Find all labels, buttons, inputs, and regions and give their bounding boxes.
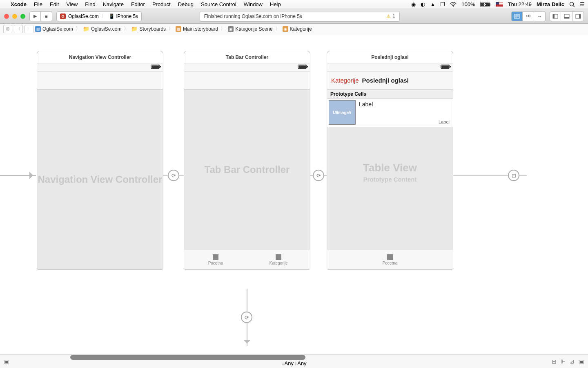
clock[interactable]: Thu 22:49 [508, 1, 532, 7]
viber-icon[interactable]: ◉ [411, 1, 416, 7]
tabbar-controller-scene[interactable]: Tab Bar Controller Tab Bar Controller Po… [184, 51, 310, 270]
scene-title[interactable]: Navigation View Controller [37, 51, 163, 63]
notification-center-icon[interactable]: ☰ [580, 1, 585, 7]
menu-view[interactable]: View [66, 1, 78, 7]
document-outline-toggle[interactable]: ▣ [4, 358, 9, 365]
tab-label: Pocetna [208, 261, 223, 265]
resolve-issues-button[interactable]: ⊿ [570, 358, 575, 365]
scene-body: Navigation View Controller [37, 90, 163, 269]
tableview-body[interactable]: Prototype Cells UIImageV Label Label Tab… [327, 90, 453, 250]
toggle-navigator-button[interactable] [550, 11, 561, 21]
minimize-button[interactable] [12, 14, 17, 19]
battery-icon [441, 65, 450, 69]
battery-icon[interactable] [480, 2, 491, 7]
cell-imageview[interactable]: UIImageV [329, 100, 356, 125]
warning-count: 1 [392, 13, 395, 19]
scene-statusbar [327, 63, 453, 72]
nav-forward-button[interactable]: 〉 [24, 25, 33, 33]
scheme-selector[interactable]: O OglasiSe.com 〉 📱 iPhone 5s [56, 11, 142, 21]
scene-statusbar [37, 63, 163, 72]
size-class-control[interactable]: wAny hAny [281, 360, 306, 366]
assistant-editor-button[interactable] [523, 11, 534, 21]
menu-file[interactable]: File [34, 1, 42, 7]
prototype-cell[interactable]: UIImageV Label Label [327, 99, 453, 127]
resizing-button[interactable]: ▣ [579, 358, 584, 365]
scheme-app-icon: O [60, 13, 66, 19]
toggle-utilities-button[interactable] [572, 11, 584, 21]
object-icon: ◉ [283, 26, 288, 32]
toolbar-right: ↔ [511, 11, 584, 21]
menu-find[interactable]: Find [85, 1, 95, 7]
status-icon[interactable]: ◐ [421, 1, 425, 7]
jump-bar: ⊞ 〈 〉 ▤OglasiSe.com 〉 📁OglasiSe.com 〉 📁S… [0, 24, 588, 34]
menu-source-control[interactable]: Source Control [201, 1, 236, 7]
nav-back-button[interactable]: 〈 [14, 25, 23, 33]
breadcrumb-folder[interactable]: 📁Storyboards [131, 26, 166, 32]
run-button[interactable]: ▶ [29, 11, 41, 21]
breadcrumb-storyboard[interactable]: ▦Main.storyboard [176, 26, 218, 32]
window-controls [4, 14, 25, 19]
toggle-debug-button[interactable] [561, 11, 572, 21]
segue-tab-down[interactable]: ⟳ [247, 289, 247, 346]
constraint-controls: ⊟ ⊩ ⊿ ▣ [552, 358, 584, 365]
tab-icon [213, 254, 218, 260]
nav-back-label[interactable]: Kategorije [331, 77, 359, 84]
tab-item-pocetna[interactable]: Pocetna [184, 250, 247, 269]
segue-tab-to-table[interactable]: ⟳ [310, 175, 327, 176]
scene-title[interactable]: Tab Bar Controller [184, 51, 310, 63]
warnings-indicator[interactable]: ⚠ 1 [386, 13, 395, 19]
battery-icon [298, 65, 307, 69]
displays-icon[interactable]: ❐ [440, 1, 445, 7]
pin-button[interactable]: ⊩ [561, 358, 566, 365]
cell-detail-label[interactable]: Label [439, 119, 450, 124]
chevron-icon: 〉 [76, 25, 80, 32]
tab-item-kategorije[interactable]: Kategorije [247, 250, 310, 269]
tab-item-pocetna[interactable]: Pocetna [327, 250, 453, 269]
scene-statusbar [184, 63, 310, 72]
version-editor-button[interactable]: ↔ [534, 11, 546, 21]
storyboard-canvas[interactable]: Navigation View Controller Navigation Vi… [0, 34, 588, 354]
menu-editor[interactable]: Editor [131, 1, 145, 7]
scene-navbar [37, 72, 163, 90]
breadcrumb-project[interactable]: ▤OglasiSe.com [35, 26, 73, 32]
activity-viewer[interactable]: Finished running OglasiSe.com on iPhone … [200, 11, 400, 22]
stop-button[interactable]: ■ [41, 11, 52, 21]
wifi-icon[interactable] [450, 2, 457, 7]
menu-debug[interactable]: Debug [178, 1, 194, 7]
menu-window[interactable]: Window [244, 1, 263, 7]
align-button[interactable]: ⊟ [552, 358, 557, 365]
standard-editor-button[interactable] [511, 11, 523, 21]
gdrive-icon[interactable]: ▲ [430, 1, 435, 7]
menu-edit[interactable]: Edit [50, 1, 59, 7]
scene-tabbar: Pocetna [327, 250, 453, 269]
nav-title: Poslednji oglasi [362, 77, 409, 84]
menu-help[interactable]: Help [270, 1, 281, 7]
segue-table-out[interactable]: ⊡ [453, 175, 527, 176]
breadcrumb-group[interactable]: 📁OglasiSe.com [83, 26, 122, 32]
app-menu[interactable]: Xcode [11, 1, 27, 7]
horizontal-scrollbar[interactable] [70, 355, 305, 360]
close-button[interactable] [4, 14, 9, 19]
project-icon: ▤ [35, 26, 41, 32]
spotlight-icon[interactable] [569, 2, 575, 7]
menu-product[interactable]: Product [152, 1, 171, 7]
segue-nav-to-tab[interactable]: ⟳ [163, 175, 184, 176]
menu-navigate[interactable]: Navigate [103, 1, 124, 7]
scene-tabbar: Pocetna Kategorije [184, 250, 310, 269]
xcode-toolbar: ▶ ■ O OglasiSe.com 〉 📱 iPhone 5s Finishe… [0, 9, 588, 24]
initial-vc-arrow[interactable] [0, 175, 36, 176]
breadcrumb-scene[interactable]: ▣Kategorije Scene [228, 26, 272, 32]
tableview-scene[interactable]: Poslednji oglasi Kategorije Poslednji og… [327, 51, 453, 270]
input-source-flag-icon[interactable] [496, 2, 503, 7]
scene-title[interactable]: Poslednji oglasi [327, 51, 453, 63]
battery-percent[interactable]: 100% [461, 1, 475, 7]
nav-controller-scene[interactable]: Navigation View Controller Navigation Vi… [37, 51, 163, 270]
related-items-button[interactable]: ⊞ [3, 25, 12, 33]
ghost-label: Tab Bar Controller [205, 164, 290, 176]
breadcrumb-object[interactable]: ◉Kategorije [283, 26, 312, 32]
device-name: iPhone 5s [116, 13, 138, 19]
zoom-button[interactable] [20, 14, 25, 19]
cell-title-label[interactable]: Label [359, 101, 373, 108]
svg-rect-15 [564, 17, 569, 18]
user-menu[interactable]: Mirza Delic [537, 1, 564, 7]
